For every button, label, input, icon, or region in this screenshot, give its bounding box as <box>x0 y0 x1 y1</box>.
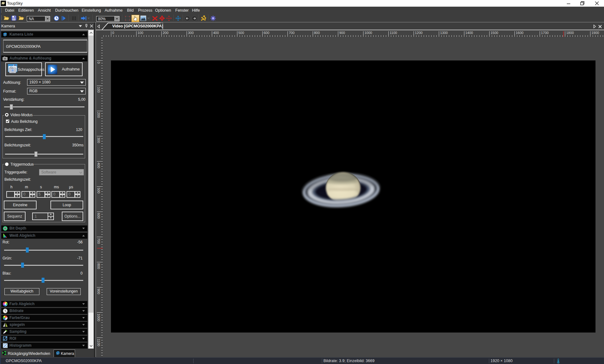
svg-text:700: 700 <box>289 31 294 35</box>
svg-text:600: 600 <box>97 213 101 219</box>
svg-text:1300: 1300 <box>440 31 448 35</box>
svg-text:700: 700 <box>97 238 101 244</box>
svg-text:300: 300 <box>188 31 194 35</box>
svg-text:100: 100 <box>137 31 143 35</box>
svg-text:200: 200 <box>163 31 168 35</box>
svg-text:1900: 1900 <box>591 31 599 35</box>
svg-text:1800: 1800 <box>566 31 574 35</box>
svg-text:500: 500 <box>238 31 244 35</box>
svg-text:900: 900 <box>97 288 101 294</box>
svg-text:0: 0 <box>97 62 101 64</box>
svg-text:100: 100 <box>97 87 101 93</box>
svg-text:1600: 1600 <box>516 31 523 35</box>
svg-text:400: 400 <box>213 31 219 35</box>
svg-text:200: 200 <box>97 112 101 118</box>
svg-text:900: 900 <box>339 31 345 35</box>
svg-text:1200: 1200 <box>415 31 422 35</box>
svg-text:800: 800 <box>97 263 101 269</box>
svg-text:1100: 1100 <box>390 31 397 35</box>
svg-text:500: 500 <box>97 188 101 193</box>
svg-text:400: 400 <box>97 162 101 168</box>
svg-text:0: 0 <box>112 31 114 35</box>
svg-text:600: 600 <box>264 31 269 35</box>
svg-text:800: 800 <box>314 31 320 35</box>
svg-text:1000: 1000 <box>97 314 101 321</box>
svg-text:1500: 1500 <box>491 31 498 35</box>
svg-text:1400: 1400 <box>465 31 473 35</box>
svg-text:1000: 1000 <box>364 31 372 35</box>
svg-text:1100: 1100 <box>97 339 101 346</box>
svg-text:300: 300 <box>97 137 101 143</box>
svg-text:1700: 1700 <box>541 31 549 35</box>
